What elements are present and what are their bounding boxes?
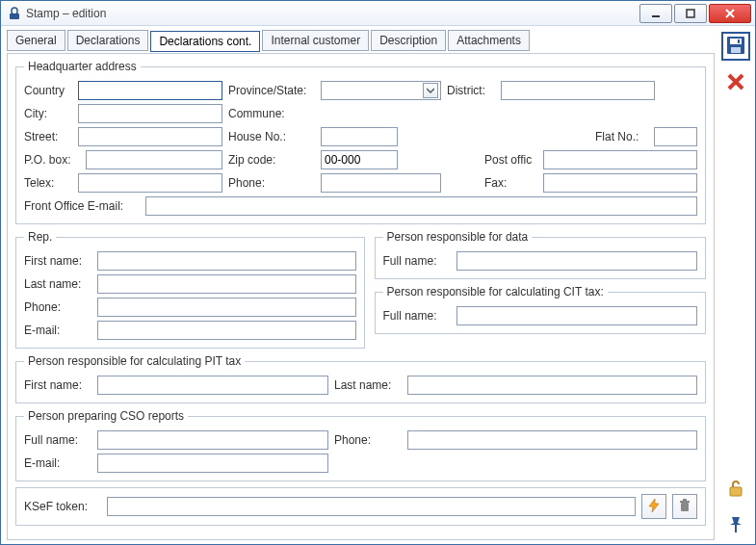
svg-rect-3 <box>687 10 694 17</box>
svg-rect-9 <box>683 499 687 501</box>
tab-general[interactable]: General <box>7 30 65 51</box>
chevron-down-icon <box>423 83 438 98</box>
prpit-last-label: Last name: <box>334 378 402 392</box>
rep-legend: Rep. <box>24 230 56 244</box>
ksef-generate-button[interactable] <box>641 494 666 519</box>
country-input[interactable] <box>78 81 222 100</box>
tab-declarations[interactable]: Declarations <box>67 30 149 51</box>
cso-phone-input[interactable] <box>407 430 697 450</box>
tab-description[interactable]: Description <box>371 30 446 51</box>
province-select[interactable] <box>321 81 441 100</box>
fo-email-input[interactable] <box>145 196 697 216</box>
street-label: Street: <box>24 130 72 143</box>
tab-attachments[interactable]: Attachments <box>448 30 530 51</box>
province-label: Province/State: <box>228 84 315 97</box>
tab-declarations-cont[interactable]: Declarations cont. <box>150 31 260 52</box>
close-icon <box>726 72 745 94</box>
district-input[interactable] <box>501 81 655 100</box>
prpit-first-label: First name: <box>24 378 91 392</box>
ksef-group: KSeF token: <box>15 487 706 526</box>
lock-button[interactable] <box>721 475 750 504</box>
cso-email-input[interactable] <box>97 454 328 473</box>
trash-icon <box>678 499 691 515</box>
telex-label: Telex: <box>24 176 72 190</box>
commune-label: Commune: <box>228 107 315 120</box>
district-label: District: <box>447 84 495 97</box>
save-button[interactable] <box>721 32 750 61</box>
prd-legend: Person responsible for data <box>383 230 533 244</box>
street-input[interactable] <box>78 127 222 146</box>
rep-phone-input[interactable] <box>97 298 356 317</box>
rep-group: Rep. First name: Last name: Phone: E-mai… <box>15 230 365 349</box>
country-label: Country <box>24 84 72 97</box>
fax-input[interactable] <box>543 173 697 193</box>
cancel-button[interactable] <box>721 68 750 97</box>
phone-label: Phone: <box>228 176 315 190</box>
svg-rect-1 <box>12 8 17 14</box>
headquarter-address-group: Headquarter address Country Province/Sta… <box>15 60 706 224</box>
svg-rect-7 <box>681 503 689 511</box>
svg-rect-16 <box>730 487 742 496</box>
titlebar: Stamp – edition <box>1 1 755 26</box>
rep-last-label: Last name: <box>24 277 91 291</box>
cso-phone-label: Phone: <box>334 433 402 447</box>
svg-rect-11 <box>730 39 742 44</box>
svg-rect-8 <box>680 501 690 503</box>
ksef-delete-button[interactable] <box>672 494 697 519</box>
floppy-icon <box>726 36 745 58</box>
postoffice-label: Post offic <box>484 153 537 167</box>
flatno-input[interactable] <box>654 127 697 146</box>
svg-marker-6 <box>649 499 659 512</box>
app-window: Stamp – edition General Declarations Dec… <box>0 0 756 545</box>
prd-group: Person responsible for data Full name: <box>375 230 707 279</box>
prcit-full-label: Full name: <box>383 309 451 323</box>
houseno-input[interactable] <box>321 127 398 146</box>
prcit-legend: Person responsible for calculating CIT t… <box>383 285 608 298</box>
city-input[interactable] <box>78 104 222 123</box>
pin-icon <box>726 515 745 537</box>
rep-first-label: First name: <box>24 254 91 268</box>
tabstrip: General Declarations Declarations cont. … <box>7 30 715 51</box>
phone-input[interactable] <box>321 173 441 193</box>
flatno-label: Flat No.: <box>595 130 648 143</box>
close-button[interactable] <box>709 4 751 23</box>
cso-full-label: Full name: <box>24 433 91 447</box>
ksef-input[interactable] <box>107 497 636 516</box>
prcit-full-input[interactable] <box>456 306 698 325</box>
side-toolbar <box>717 26 755 544</box>
prpit-first-input[interactable] <box>97 376 328 395</box>
zip-input[interactable] <box>321 150 398 169</box>
telex-input[interactable] <box>78 173 222 193</box>
prcit-group: Person responsible for calculating CIT t… <box>375 285 707 334</box>
svg-marker-17 <box>730 517 742 525</box>
cso-group: Person preparing CSO reports Full name: … <box>15 409 706 481</box>
prd-full-label: Full name: <box>383 254 451 268</box>
tab-panel: Headquarter address Country Province/Sta… <box>7 53 715 540</box>
rep-first-input[interactable] <box>97 251 356 271</box>
zip-label: Zip code: <box>228 153 315 167</box>
rep-email-label: E-mail: <box>24 324 91 337</box>
hq-legend: Headquarter address <box>24 60 141 73</box>
rep-email-input[interactable] <box>97 321 356 340</box>
svg-rect-18 <box>735 525 737 532</box>
rep-last-input[interactable] <box>97 274 356 294</box>
cso-email-label: E-mail: <box>24 456 91 470</box>
app-icon <box>7 6 22 21</box>
minimize-button[interactable] <box>639 4 672 23</box>
postoffice-input[interactable] <box>543 150 697 169</box>
prd-full-input[interactable] <box>456 251 698 271</box>
cso-full-input[interactable] <box>97 430 328 450</box>
ksef-label: KSeF token: <box>24 500 101 513</box>
pobox-label: P.O. box: <box>24 153 80 167</box>
maximize-button[interactable] <box>674 4 707 23</box>
prpit-legend: Person responsible for calculating PIT t… <box>24 354 245 368</box>
fo-email-label: Front Office E-mail: <box>24 199 140 213</box>
pin-button[interactable] <box>721 511 750 540</box>
rep-phone-label: Phone: <box>24 300 91 314</box>
tab-internal-customer[interactable]: Internal customer <box>262 30 369 51</box>
padlock-open-icon <box>726 479 745 501</box>
prpit-last-input[interactable] <box>407 376 697 395</box>
prpit-group: Person responsible for calculating PIT t… <box>15 354 706 403</box>
houseno-label: House No.: <box>228 130 315 143</box>
pobox-input[interactable] <box>86 150 222 169</box>
